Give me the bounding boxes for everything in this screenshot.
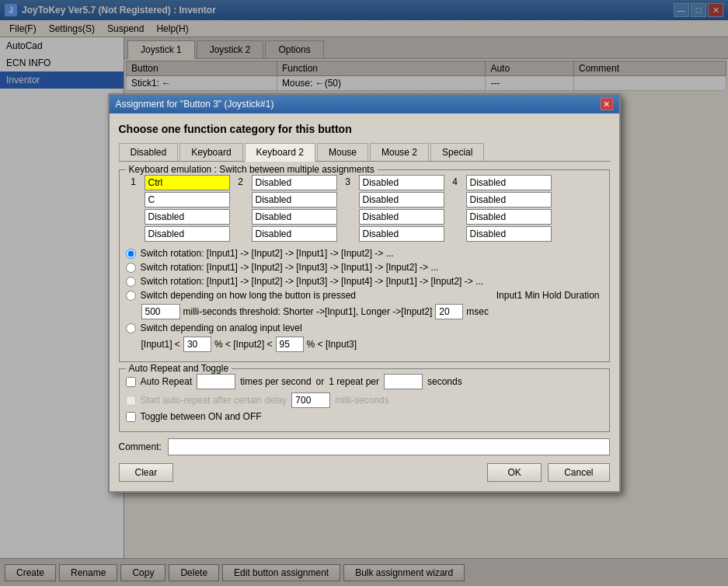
auto-repeat-times-input[interactable]: [197, 374, 235, 389]
pct2-input[interactable]: [276, 337, 304, 352]
auto-repeat-row: Auto Repeat times per second or 1 repeat…: [126, 374, 603, 389]
radio-label-analog: Switch depending on analog input level: [141, 323, 302, 333]
key-input-3-3[interactable]: [359, 209, 444, 225]
col2-inputs: [252, 175, 337, 242]
pct1-label: % < [Input2] <: [214, 339, 273, 350]
toggle-checkbox[interactable]: [126, 412, 136, 422]
auto-repeat-checkbox[interactable]: [126, 377, 136, 387]
duration-row: milli-seconds threshold: Shorter ->[Inpu…: [141, 304, 603, 319]
auto-repeat-group-label: Auto Repeat and Toggle: [126, 363, 232, 374]
auto-repeat-group: Auto Repeat and Toggle Auto Repeat times…: [119, 368, 610, 432]
auto-repeat-per-label: 1 repeat per: [329, 376, 379, 387]
modal-overlay: Assignment for "Button 3" (Joystick#1) ✕…: [0, 0, 728, 586]
radio-switch-3[interactable]: [126, 277, 136, 287]
radio-row-3: Switch rotation: [Input1] -> [Input2] ->…: [126, 276, 603, 287]
key-input-1-1[interactable]: [145, 175, 230, 190]
auto-delay-checkbox[interactable]: [126, 396, 136, 406]
assignment-modal: Assignment for "Button 3" (Joystick#1) ✕…: [108, 93, 621, 493]
radio-label-3: Switch rotation: [Input1] -> [Input2] ->…: [141, 276, 484, 287]
func-tab-mouse2[interactable]: Mouse 2: [370, 143, 429, 161]
key-input-2-2[interactable]: [252, 192, 337, 208]
radio-row-2: Switch rotation: [Input1] -> [Input2] ->…: [126, 262, 603, 273]
comment-label: Comment:: [119, 441, 162, 452]
radio-label-2: Switch rotation: [Input1] -> [Input2] ->…: [141, 262, 439, 273]
radio-switch-analog[interactable]: [126, 323, 136, 333]
col-num-1: 1: [126, 175, 141, 242]
analog-row: [Input1] < % < [Input2] < % < [Input3]: [141, 337, 603, 352]
key-input-1-3[interactable]: [145, 209, 230, 225]
modal-close-button[interactable]: ✕: [601, 98, 613, 110]
radio-switch-2[interactable]: [126, 263, 136, 273]
func-tab-keyboard[interactable]: Keyboard: [179, 143, 242, 161]
threshold-input[interactable]: [141, 304, 180, 319]
col3-inputs: [359, 175, 444, 242]
toggle-label: Toggle between ON and OFF: [141, 411, 262, 422]
comment-row: Comment:: [119, 438, 610, 455]
key-input-2-4[interactable]: [252, 226, 337, 242]
auto-repeat-label: Auto Repeat: [141, 376, 193, 387]
col-num-4: 4: [448, 175, 463, 242]
auto-repeat-seconds-label: seconds: [427, 376, 462, 387]
radio-row-analog: Switch depending on analog input level: [126, 323, 603, 333]
key-input-3-2[interactable]: [359, 192, 444, 208]
key-input-2-1[interactable]: [252, 175, 337, 190]
input1-label: [Input1] <: [141, 339, 180, 350]
msec-label: msec: [466, 306, 489, 317]
col4-inputs: [466, 175, 552, 242]
hold-value-input[interactable]: [435, 304, 463, 319]
func-tab-keyboard2[interactable]: Keyboard 2: [245, 143, 315, 162]
modal-heading: Choose one function category for this bu…: [119, 123, 610, 135]
auto-delay-ms-label: milli-seconds: [335, 395, 388, 406]
key-input-1-2[interactable]: [145, 192, 230, 208]
radio-row-4: Switch depending on how long the button …: [126, 290, 603, 301]
func-tab-mouse[interactable]: Mouse: [317, 143, 368, 161]
keyboard-emulation-group: Keyboard emulation : Switch between mult…: [119, 169, 610, 362]
key-input-4-2[interactable]: [466, 192, 552, 208]
threshold-label: milli-seconds threshold: Shorter ->[Inpu…: [183, 306, 433, 317]
pct1-input[interactable]: [183, 337, 211, 352]
radio-row-1: Switch rotation: [Input1] -> [Input2] ->…: [126, 248, 603, 259]
radio-switch-1[interactable]: [126, 249, 136, 259]
group-label: Keyboard emulation : Switch between mult…: [126, 164, 378, 175]
key-input-2-3[interactable]: [252, 209, 337, 225]
key-input-1-4[interactable]: [145, 226, 230, 242]
modal-body: Choose one function category for this bu…: [110, 113, 619, 491]
auto-repeat-times-label: times per second: [240, 376, 311, 387]
col-num-2: 2: [233, 175, 249, 242]
key-input-4-4[interactable]: [466, 226, 552, 242]
auto-repeat-seconds-input[interactable]: [384, 374, 423, 389]
ok-button[interactable]: OK: [487, 463, 542, 482]
radio-label-1: Switch rotation: [Input1] -> [Input2] ->…: [141, 248, 394, 259]
modal-title-bar: Assignment for "Button 3" (Joystick#1) ✕: [110, 95, 619, 113]
modal-footer: Clear OK Cancel: [119, 463, 610, 482]
func-tabs: Disabled Keyboard Keyboard 2 Mouse Mouse…: [119, 143, 610, 162]
auto-delay-value-input[interactable]: [291, 392, 330, 408]
key-input-3-4[interactable]: [359, 226, 444, 242]
key-input-4-1[interactable]: [466, 175, 552, 190]
func-tab-disabled[interactable]: Disabled: [119, 143, 179, 161]
col1-inputs: [145, 175, 230, 242]
toggle-row: Toggle between ON and OFF: [126, 411, 603, 422]
auto-delay-label: Start auto-repeat after certain delay: [141, 395, 287, 406]
auto-repeat-or-label: or: [316, 376, 325, 387]
comment-input[interactable]: [168, 438, 610, 455]
modal-title: Assignment for "Button 3" (Joystick#1): [116, 99, 274, 110]
key-grid: 1 2 3: [126, 175, 603, 242]
key-input-3-1[interactable]: [359, 175, 444, 190]
col-num-3: 3: [340, 175, 356, 242]
auto-delay-row: Start auto-repeat after certain delay mi…: [126, 392, 603, 408]
key-input-4-3[interactable]: [466, 209, 552, 225]
cancel-button[interactable]: Cancel: [548, 463, 609, 482]
func-tab-special[interactable]: Special: [430, 143, 484, 161]
pct2-label: % < [Input3]: [307, 339, 357, 350]
radio-label-4: Switch depending on how long the button …: [141, 290, 357, 301]
radio-switch-4[interactable]: [126, 291, 136, 301]
hold-duration-label: Input1 Min Hold Duration: [496, 290, 600, 301]
clear-button[interactable]: Clear: [119, 463, 174, 482]
